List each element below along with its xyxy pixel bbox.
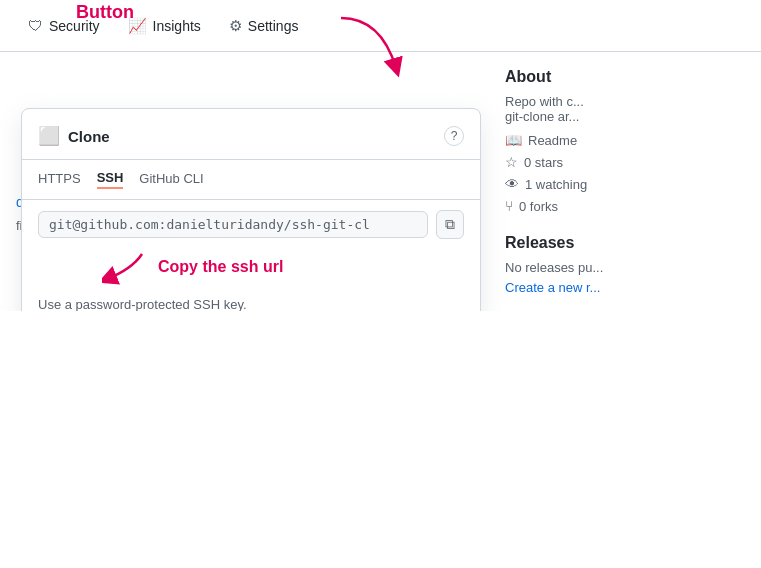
stat-stars: ☆ 0 stars (505, 154, 745, 170)
nav-label-security: Security (49, 18, 100, 34)
clone-header: ⬜ Clone ? (22, 125, 480, 160)
protocol-cli[interactable]: GitHub CLI (139, 171, 203, 188)
about-section: About Repo with c...git-clone ar... 📖 Re… (505, 68, 745, 214)
stars-icon: ☆ (505, 154, 518, 170)
toolbar: Go to file Add file ▾ Code ▾ ⬜ Clone ? (16, 158, 481, 186)
protocol-ssh[interactable]: SSH (97, 170, 124, 189)
about-stats: 📖 Readme ☆ 0 stars 👁 1 watching ⑂ 0 fork… (505, 132, 745, 214)
security-icon: 🛡 (28, 17, 43, 34)
main-content: Click on the Code green Button Go to fil… (0, 52, 761, 311)
no-releases-text: No releases pu... (505, 260, 745, 275)
insights-icon: 📈 (128, 17, 147, 35)
nav-item-security[interactable]: 🛡 Security (16, 9, 112, 42)
watching-icon: 👁 (505, 176, 519, 192)
center-panel: Click on the Code green Button Go to fil… (16, 68, 481, 295)
clone-title: ⬜ Clone (38, 125, 110, 147)
help-icon[interactable]: ? (444, 126, 464, 146)
stat-readme: 📖 Readme (505, 132, 745, 148)
url-row: ⧉ Copy the ssh url (22, 200, 480, 249)
ssh-hint: Use a password-protected SSH key. (22, 293, 480, 311)
top-nav: 🛡 Security 📈 Insights ⚙ Settings (0, 0, 761, 52)
copy-url-button[interactable]: ⧉ (436, 210, 464, 239)
about-description: Repo with c...git-clone ar... (505, 94, 745, 124)
readme-icon: 📖 (505, 132, 522, 148)
clone-url-input[interactable] (38, 211, 428, 238)
settings-icon: ⚙ (229, 17, 242, 35)
releases-title: Releases (505, 234, 745, 252)
nav-label-insights: Insights (153, 18, 201, 34)
create-release-link[interactable]: Create a new r... (505, 280, 600, 295)
copy-arrow (102, 249, 152, 285)
protocol-https[interactable]: HTTPS (38, 171, 81, 188)
about-title: About (505, 68, 745, 86)
stat-watching: 👁 1 watching (505, 176, 745, 192)
clone-dropdown: ⬜ Clone ? HTTPS SSH GitHub CLI ⧉ (21, 108, 481, 311)
copy-icon: ⧉ (445, 216, 455, 232)
protocol-tabs: HTTPS SSH GitHub CLI (22, 160, 480, 200)
releases-section: Releases No releases pu... Create a new … (505, 234, 745, 295)
stat-forks: ⑂ 0 forks (505, 198, 745, 214)
nav-label-settings: Settings (248, 18, 299, 34)
copy-annotation-text: Copy the ssh url (158, 258, 283, 276)
forks-icon: ⑂ (505, 198, 513, 214)
right-panel: About Repo with c...git-clone ar... 📖 Re… (505, 68, 745, 295)
terminal-icon: ⬜ (38, 125, 60, 147)
nav-item-insights[interactable]: 📈 Insights (116, 9, 213, 43)
nav-item-settings[interactable]: ⚙ Settings (217, 9, 311, 43)
